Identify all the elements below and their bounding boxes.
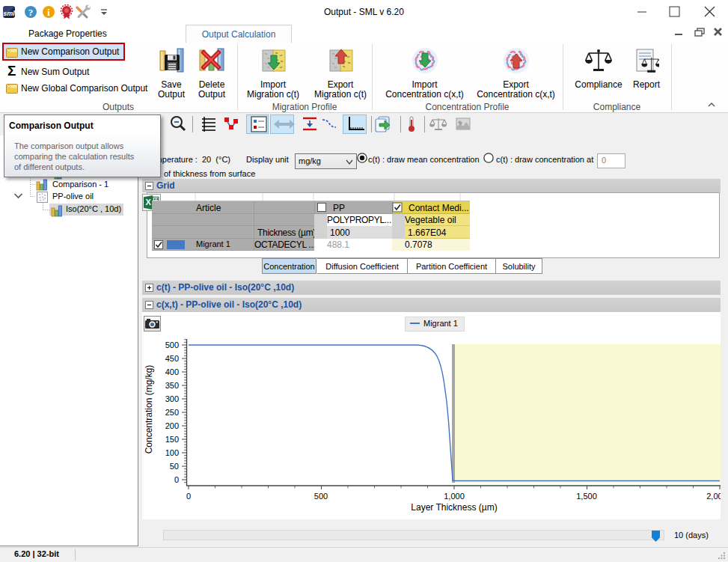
svg-text:Concentration (mg/kg): Concentration (mg/kg) [144, 365, 154, 454]
svg-text:400: 400 [165, 367, 179, 376]
svg-text:50: 50 [170, 462, 179, 471]
svg-text:450: 450 [165, 354, 179, 363]
svg-text:500: 500 [314, 492, 328, 501]
svg-text:500: 500 [165, 340, 179, 349]
svg-text:200: 200 [165, 421, 179, 430]
svg-text:0: 0 [186, 492, 191, 501]
svg-text:250: 250 [165, 408, 179, 417]
svg-text:150: 150 [165, 435, 179, 444]
svg-text:100: 100 [165, 448, 179, 457]
svg-text:X: X [145, 198, 151, 207]
svg-text:sml: sml [3, 10, 15, 17]
svg-text:?: ? [28, 7, 34, 18]
svg-text:1,500: 1,500 [576, 492, 597, 501]
svg-text:Layer Thickness (µm): Layer Thickness (µm) [411, 502, 497, 513]
svg-text:300: 300 [165, 394, 179, 403]
svg-text:0: 0 [174, 475, 179, 484]
svg-text:350: 350 [165, 381, 179, 390]
svg-text:2,000: 2,000 [706, 492, 721, 501]
svg-text:1,000: 1,000 [444, 492, 465, 501]
